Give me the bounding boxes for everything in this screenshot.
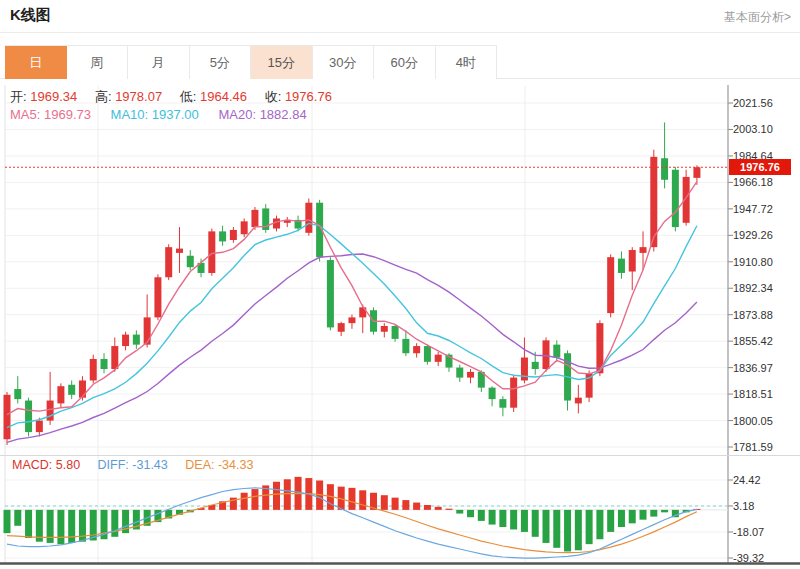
- axis-tick-label: -39.32: [733, 552, 764, 564]
- axis-tick-label: -18.07: [733, 526, 764, 538]
- ohlc-row: 开: 1969.34 高: 1978.07 低: 1964.46 收: 1976…: [10, 88, 346, 106]
- axis-tick-label: 1818.51: [733, 388, 773, 400]
- axis-tick-label: 3.18: [733, 500, 754, 512]
- diff-value-legend: DIFF: -31.43: [98, 458, 168, 472]
- axis-tick-label: 1929.26: [733, 229, 773, 241]
- axis-tick-label: 24.42: [733, 474, 761, 486]
- candlestick-chart-canvas[interactable]: [0, 0, 800, 569]
- dea-value-legend: DEA: -34.33: [185, 458, 253, 472]
- tab-month[interactable]: 月: [128, 46, 190, 79]
- axis-tick-label: 2021.56: [733, 97, 773, 109]
- axis-tick-label: 1966.18: [733, 176, 773, 188]
- axis-tick-label: 2003.10: [733, 123, 773, 135]
- axis-tick-label: 1910.80: [733, 256, 773, 268]
- tab-4hour[interactable]: 4时: [436, 46, 498, 79]
- ma10-legend: MA10: 1937.00: [111, 107, 199, 122]
- period-tabbar: 日 周 月 5分 15分 30分 60分 4时: [5, 45, 497, 79]
- macd-legend-row: MACD: 5.80 DIFF: -31.43 DEA: -34.33: [12, 458, 267, 472]
- high-label: 高:: [95, 89, 112, 104]
- axis-tick-label: 1836.97: [733, 362, 773, 374]
- tab-60min[interactable]: 60分: [374, 46, 436, 79]
- tab-5min[interactable]: 5分: [190, 46, 252, 79]
- close-value: 1976.76: [285, 89, 332, 104]
- tab-day[interactable]: 日: [5, 46, 67, 79]
- axis-tick-label: 1800.05: [733, 415, 773, 427]
- axis-tick-label: 1947.72: [733, 203, 773, 215]
- axis-tick-label: 1855.42: [733, 335, 773, 347]
- tab-week[interactable]: 周: [67, 46, 129, 79]
- open-value: 1969.34: [30, 89, 77, 104]
- low-value: 1964.46: [200, 89, 247, 104]
- low-label: 低:: [180, 89, 197, 104]
- tab-15min[interactable]: 15分: [251, 46, 313, 79]
- axis-tick-label: 1892.34: [733, 282, 773, 294]
- axis-tick-label: 1781.59: [733, 441, 773, 453]
- open-label: 开:: [10, 89, 27, 104]
- ma20-legend: MA20: 1882.84: [218, 107, 306, 122]
- macd-value-legend: MACD: 5.80: [12, 458, 80, 472]
- ma-legend-row: MA5: 1969.73 MA10: 1937.00 MA20: 1882.84: [10, 107, 323, 122]
- high-value: 1978.07: [115, 89, 162, 104]
- axis-tick-label: 1873.88: [733, 309, 773, 321]
- tab-30min[interactable]: 30分: [313, 46, 375, 79]
- close-label: 收:: [265, 89, 282, 104]
- ma5-legend: MA5: 1969.73: [10, 107, 91, 122]
- current-price-badge: 1976.76: [729, 159, 791, 175]
